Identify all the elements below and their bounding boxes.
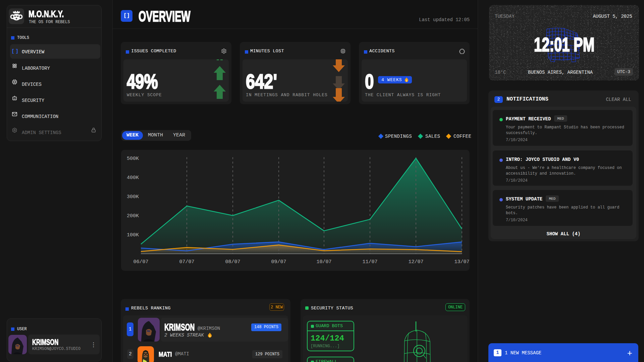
svg-text:300K: 300K (127, 194, 139, 200)
svg-text:07/07: 07/07 (179, 259, 194, 265)
svg-text:100K: 100K (127, 232, 139, 238)
svg-text:500K: 500K (127, 156, 139, 162)
svg-text:10/07: 10/07 (316, 259, 331, 265)
svg-text:09/07: 09/07 (271, 259, 286, 265)
svg-text:08/07: 08/07 (225, 259, 240, 265)
svg-text:12/07: 12/07 (408, 259, 423, 265)
svg-text:06/07: 06/07 (133, 259, 148, 265)
svg-text:400K: 400K (127, 175, 139, 181)
svg-text:200K: 200K (127, 213, 139, 219)
svg-text:13/07: 13/07 (454, 259, 469, 265)
svg-text:11/07: 11/07 (362, 259, 377, 265)
